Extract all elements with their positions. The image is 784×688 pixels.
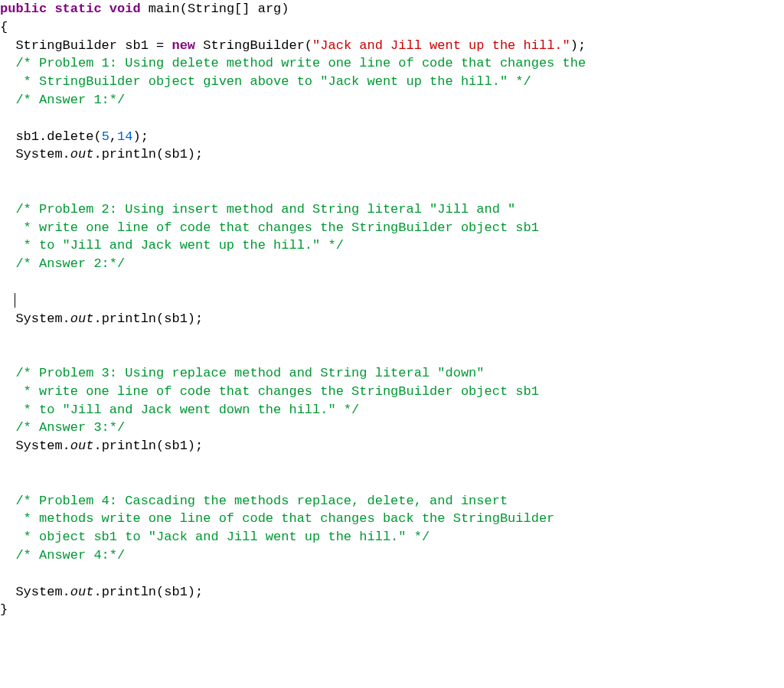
- method-main: main: [149, 2, 180, 16]
- string-literal-1: "Jack and Jill went up the hill.": [312, 38, 570, 53]
- brace-open: {: [0, 20, 8, 34]
- comment-p3-line2: * write one line of code that changes th…: [0, 384, 539, 399]
- comment-p2-line2: * write one line of code that changes th…: [0, 220, 539, 235]
- delete-call-a: sb1.delete(: [0, 129, 102, 144]
- comment-a2: /* Answer 2:*/: [0, 256, 125, 271]
- println4-b: .println(sb1);: [93, 585, 203, 599]
- comma: ,: [109, 129, 117, 144]
- println3-b: .println(sb1);: [93, 439, 203, 453]
- kw-public: public: [0, 2, 47, 16]
- println3-a: System.: [0, 439, 70, 453]
- empty-line-cursor[interactable]: [0, 293, 15, 308]
- comment-p2-line1: /* Problem 2: Using insert method and St…: [0, 202, 515, 217]
- text-cursor-icon: [15, 293, 15, 308]
- comment-p4-line2: * methods write one line of code that ch…: [0, 511, 554, 526]
- kw-void: void: [109, 2, 141, 16]
- stmt-end: );: [570, 38, 586, 53]
- sb1-ctor: StringBuilder(: [195, 38, 312, 53]
- comment-p4-line3: * object sb1 to "Jack and Jill went up t…: [0, 530, 430, 544]
- brace-close: }: [0, 602, 8, 617]
- comment-p1-line1: /* Problem 1: Using delete method write …: [0, 56, 586, 70]
- num-14: 14: [117, 129, 132, 144]
- println1-b: .println(sb1);: [93, 147, 203, 161]
- println4-a: System.: [0, 585, 70, 599]
- out-field: out: [70, 311, 94, 326]
- comment-p3-line1: /* Problem 3: Using replace method and S…: [0, 366, 485, 380]
- out-field: out: [70, 585, 94, 599]
- out-field: out: [70, 147, 94, 161]
- kw-new: new: [172, 38, 195, 53]
- comment-p4-line1: /* Problem 4: Cascading the methods repl…: [0, 494, 508, 508]
- println1-a: System.: [0, 147, 70, 161]
- stmt-end: );: [132, 129, 148, 144]
- num-5: 5: [102, 129, 109, 144]
- println2-b: .println(sb1);: [93, 311, 203, 326]
- comment-a3: /* Answer 3:*/: [0, 420, 125, 435]
- paren-close: ): [281, 2, 289, 16]
- comment-a4: /* Answer 4:*/: [0, 548, 125, 562]
- sb1-decl-left: StringBuilder sb1 =: [0, 38, 172, 53]
- comment-p1-line2: * StringBuilder object given above to "J…: [0, 74, 531, 89]
- comment-a1: /* Answer 1:*/: [0, 93, 125, 107]
- kw-static: static: [54, 2, 101, 16]
- comment-p3-line3: * to "Jill and Jack went down the hill."…: [0, 403, 359, 417]
- out-field: out: [70, 439, 94, 453]
- code-block: public static void main(String[] arg) { …: [0, 0, 784, 619]
- println2-a: System.: [0, 311, 70, 326]
- arg-decl: String[] arg: [188, 2, 281, 16]
- comment-p2-line3: * to "Jill and Jack went up the hill." *…: [0, 238, 344, 253]
